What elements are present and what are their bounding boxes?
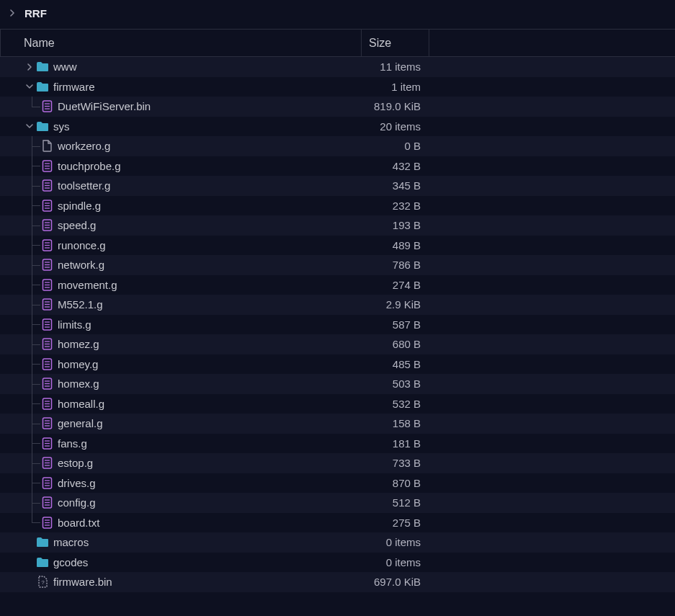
tree-guide (23, 176, 40, 196)
gcode-file-icon (40, 238, 53, 251)
tree-guide (23, 513, 40, 533)
tree-guide (23, 295, 40, 315)
tree-row-name-cell[interactable]: drives.g (0, 473, 362, 494)
file-size-label: 1 item (362, 77, 425, 97)
tree-row-name-cell[interactable]: board.txt (0, 513, 362, 533)
chevron-right-icon[interactable] (6, 9, 19, 17)
tree-row-name-cell[interactable]: homez.g (0, 334, 362, 354)
gcode-file-icon (40, 259, 53, 272)
file-size-label: 532 B (362, 394, 425, 414)
file-size-label: 20 items (362, 117, 425, 137)
tree-guide (23, 136, 40, 156)
tree-row-name-cell[interactable]: macros (0, 532, 362, 553)
gcode-file-icon (40, 437, 53, 450)
file-name-label: speed.g (58, 215, 96, 236)
file-name-label: network.g (58, 255, 104, 275)
blank-file-icon (40, 140, 53, 153)
file-name-label: homey.g (58, 354, 98, 375)
tree-file-row[interactable]: spindle.g232 B (0, 196, 675, 216)
tree-row-name-cell[interactable]: homex.g (0, 374, 362, 394)
file-name-label: www (53, 57, 77, 77)
tree-file-row[interactable]: estop.g733 B (0, 453, 675, 473)
tree-row-name-cell[interactable]: sys (0, 117, 362, 137)
tree-row-name-cell[interactable]: estop.g (0, 453, 362, 473)
tree-guide (23, 97, 40, 117)
tree-row-name-cell[interactable]: DuetWiFiServer.bin (0, 97, 362, 117)
chevron-down-icon[interactable] (23, 83, 36, 90)
tree-row-name-cell[interactable]: network.g (0, 255, 362, 275)
tree-file-row[interactable]: runonce.g489 B (0, 236, 675, 256)
tree-folder-row[interactable]: www11 items (0, 57, 675, 77)
tree-file-row[interactable]: fans.g181 B (0, 434, 675, 454)
tree-row-name-cell[interactable]: movement.g (0, 275, 362, 295)
tree-row-name-cell[interactable]: ?firmware.bin (0, 572, 362, 592)
tree-row-name-cell[interactable]: config.g (0, 493, 362, 513)
tree-file-row[interactable]: ?firmware.bin697.0 KiB (0, 572, 675, 592)
tree-folder-row[interactable]: sys20 items (0, 117, 675, 137)
tree-row-name-cell[interactable]: touchprobe.g (0, 156, 362, 177)
file-size-label: 0 items (362, 553, 425, 573)
breadcrumb-title[interactable]: RRF (24, 7, 47, 19)
tree-file-row[interactable]: limits.g587 B (0, 315, 675, 335)
tree-row-name-cell[interactable]: limits.g (0, 315, 362, 335)
tree-row-name-cell[interactable]: spindle.g (0, 196, 362, 216)
tree-row-name-cell[interactable]: homeall.g (0, 394, 362, 414)
tree-row-name-cell[interactable]: speed.g (0, 215, 362, 236)
file-name-label: general.g (58, 414, 103, 434)
file-size-label: 232 B (362, 196, 425, 216)
tree-row-name-cell[interactable]: toolsetter.g (0, 176, 362, 196)
column-header-name[interactable]: Name (0, 30, 362, 56)
chevron-right-icon[interactable] (23, 63, 36, 71)
chevron-down-icon[interactable] (23, 122, 36, 130)
tree-folder-row[interactable]: gcodes0 items (0, 553, 675, 573)
gcode-file-icon (40, 159, 53, 172)
tree-guide (23, 275, 40, 295)
tree-file-row[interactable]: workzero.g0 B (0, 136, 675, 156)
tree-row-name-cell[interactable]: www (0, 57, 362, 77)
tree-file-row[interactable]: homey.g485 B (0, 354, 675, 375)
tree-row-name-cell[interactable]: workzero.g (0, 136, 362, 156)
file-name-label: fans.g (58, 434, 87, 454)
tree-guide (23, 434, 40, 454)
file-size-label: 345 B (362, 176, 425, 196)
tree-row-name-cell[interactable]: runonce.g (0, 236, 362, 256)
tree-file-row[interactable]: M552.1.g2.9 KiB (0, 295, 675, 315)
tree-file-row[interactable]: homeall.g532 B (0, 394, 675, 414)
tree-folder-row[interactable]: macros0 items (0, 532, 675, 553)
tree-file-row[interactable]: homex.g503 B (0, 374, 675, 394)
file-name-label: config.g (58, 493, 96, 513)
tree-row-name-cell[interactable]: M552.1.g (0, 295, 362, 315)
tree-file-row[interactable]: touchprobe.g432 B (0, 156, 675, 177)
tree-row-name-cell[interactable]: homey.g (0, 354, 362, 375)
tree-file-row[interactable]: config.g512 B (0, 493, 675, 513)
tree-file-row[interactable]: speed.g193 B (0, 215, 675, 236)
tree-file-row[interactable]: DuetWiFiServer.bin819.0 KiB (0, 97, 675, 117)
file-name-label: toolsetter.g (58, 176, 110, 196)
tree-row-name-cell[interactable]: general.g (0, 414, 362, 434)
tree-folder-row[interactable]: firmware1 item (0, 77, 675, 97)
file-size-label: 485 B (362, 354, 425, 375)
tree-row-name-cell[interactable]: gcodes (0, 553, 362, 573)
column-header-size[interactable]: Size (362, 30, 429, 56)
tree-file-row[interactable]: board.txt275 B (0, 513, 675, 533)
tree-file-row[interactable]: movement.g274 B (0, 275, 675, 295)
tree-file-row[interactable]: toolsetter.g345 B (0, 176, 675, 196)
tree-guide (23, 315, 40, 335)
tree-file-row[interactable]: general.g158 B (0, 414, 675, 434)
gcode-file-icon (40, 298, 53, 311)
file-name-label: workzero.g (58, 136, 110, 156)
file-name-label: gcodes (53, 553, 88, 573)
gcode-file-icon (40, 516, 53, 529)
file-size-label: 274 B (362, 275, 425, 295)
file-name-label: macros (53, 532, 89, 553)
tree-file-row[interactable]: homez.g680 B (0, 334, 675, 354)
file-name-label: spindle.g (58, 196, 101, 216)
tree-guide (23, 394, 40, 414)
tree-file-row[interactable]: network.g786 B (0, 255, 675, 275)
file-size-label: 181 B (362, 434, 425, 454)
tree-row-name-cell[interactable]: fans.g (0, 434, 362, 454)
file-size-label: 587 B (362, 315, 425, 335)
tree-file-row[interactable]: drives.g870 B (0, 473, 675, 494)
tree-row-name-cell[interactable]: firmware (0, 77, 362, 97)
file-size-label: 2.9 KiB (362, 295, 425, 315)
